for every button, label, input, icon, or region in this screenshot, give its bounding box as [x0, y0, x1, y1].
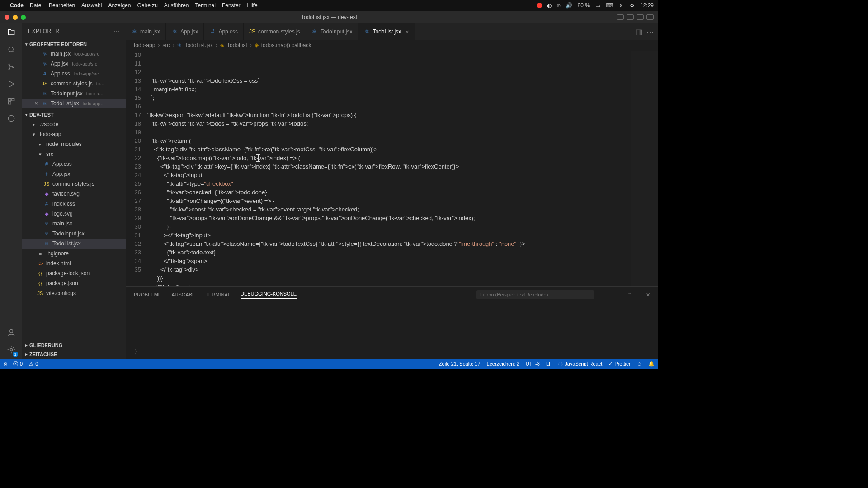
more-icon[interactable]: ⋯: [114, 28, 120, 34]
timeline-header[interactable]: ▸ZEITACHSE: [22, 350, 126, 359]
editor-tab[interactable]: ⚛TodoList.jsx×: [358, 23, 415, 40]
layout-icon[interactable]: [617, 14, 624, 20]
tree-file[interactable]: JSvite.config.js: [22, 288, 126, 298]
tray-icon[interactable]: ⎚: [557, 2, 560, 9]
volume-icon[interactable]: 🔊: [566, 2, 572, 9]
layout-icon[interactable]: [637, 14, 644, 20]
project-header[interactable]: ▾DEV-TEST: [22, 110, 126, 119]
tree-file[interactable]: ≡.hgignore: [22, 249, 126, 258]
svg-point-0: [9, 47, 13, 52]
run-debug-icon[interactable]: [5, 78, 17, 90]
open-editor-item[interactable]: ⚛main.jsxtodo-app/src: [22, 49, 126, 59]
more-icon[interactable]: ⋯: [646, 28, 654, 36]
open-editor-item[interactable]: ⚛App.jsxtodo-app/src: [22, 59, 126, 69]
editor-tab[interactable]: ⚛main.jsx: [126, 23, 166, 40]
panel-tab-terminal[interactable]: TERMINAL: [205, 292, 231, 297]
menu-item[interactable]: Terminal: [195, 2, 216, 9]
status-eol[interactable]: LF: [546, 361, 552, 366]
close-window-button[interactable]: [5, 15, 9, 20]
menu-item[interactable]: Hilfe: [247, 2, 258, 9]
close-icon[interactable]: ×: [33, 100, 39, 107]
tree-file[interactable]: ⚛App.jsx: [22, 169, 126, 179]
split-editor-icon[interactable]: ▥: [635, 28, 642, 36]
remote-indicator[interactable]: ⎘: [4, 361, 7, 366]
tree-folder[interactable]: ▸.vscode: [22, 119, 126, 129]
open-editor-item[interactable]: JScommon-styles.jsto…: [22, 79, 126, 89]
minimize-window-button[interactable]: [13, 15, 18, 20]
tree-file[interactable]: {}package-lock.json: [22, 268, 126, 278]
tree-file[interactable]: {}package.json: [22, 278, 126, 288]
layout-icon[interactable]: [646, 14, 654, 20]
tree-folder[interactable]: ▾src: [22, 149, 126, 159]
feedback-icon[interactable]: ☺: [637, 361, 642, 366]
breadcrumb[interactable]: todo-app› src› ⚛TodoList.jsx› ◈TodoList›…: [126, 40, 658, 51]
wifi-icon[interactable]: ᯤ: [619, 2, 624, 9]
tree-file[interactable]: #index.css: [22, 199, 126, 209]
tree-file[interactable]: ⚛TodoList.jsx: [22, 239, 126, 249]
zoom-window-button[interactable]: [21, 15, 26, 20]
status-warnings[interactable]: ⚠ 0: [29, 361, 38, 367]
status-position[interactable]: Zeile 21, Spalte 17: [439, 361, 481, 366]
tree-file[interactable]: ◆logo.svg: [22, 209, 126, 219]
menu-item[interactable]: Anzeigen: [108, 2, 131, 9]
control-center-icon[interactable]: ⚙: [630, 2, 635, 9]
filter-icon[interactable]: ☰: [609, 292, 613, 298]
menu-item[interactable]: Datei: [30, 2, 42, 9]
search-icon[interactable]: [5, 43, 17, 56]
menu-item[interactable]: Auswahl: [81, 2, 102, 9]
open-editor-item[interactable]: ×⚛TodoList.jsxtodo-app…: [22, 99, 126, 108]
sidebar-title: EXPLORER: [28, 28, 59, 34]
tray-icon[interactable]: ◐: [547, 2, 552, 9]
outline-header[interactable]: ▸GLIEDERUNG: [22, 341, 126, 350]
remote-icon[interactable]: [5, 112, 17, 125]
tree-file[interactable]: ⚛main.jsx: [22, 219, 126, 229]
settings-icon[interactable]: [5, 343, 17, 356]
activity-bar: [0, 23, 22, 359]
editor-tab[interactable]: #App.css: [204, 23, 244, 40]
keyboard-icon[interactable]: ⌨: [606, 2, 613, 9]
close-icon[interactable]: ×: [406, 28, 409, 35]
layout-icon[interactable]: [627, 14, 634, 20]
panel-tab-problems[interactable]: PROBLEME: [134, 292, 161, 297]
code-editor[interactable]: 1011121314151617181920212223242526272829…: [126, 51, 658, 286]
account-icon[interactable]: [5, 326, 17, 339]
editor-tab[interactable]: ⚛TodoInput.jsx: [306, 23, 359, 40]
bell-icon[interactable]: 🔔: [648, 361, 655, 367]
tree-file[interactable]: ◆favicon.svg: [22, 189, 126, 199]
status-prettier[interactable]: ✓ Prettier: [609, 361, 630, 367]
menu-app[interactable]: Code: [10, 2, 24, 9]
editor-group: ⚛main.jsx⚛App.jsx#App.cssJScommon-styles…: [126, 23, 658, 359]
open-editor-item[interactable]: #App.csstodo-app/src: [22, 69, 126, 79]
status-errors[interactable]: ⓧ 0: [13, 361, 23, 367]
open-editors-header[interactable]: ▾GEÖFFNETE EDITOREN: [22, 40, 126, 49]
menu-item[interactable]: Ausführen: [164, 2, 189, 9]
bottom-panel: PROBLEME AUSGABE TERMINAL DEBUGGING-KONS…: [126, 286, 658, 359]
open-editor-item[interactable]: ⚛TodoInput.jsxtodo-a…: [22, 89, 126, 99]
tree-file[interactable]: ⚛TodoInput.jsx: [22, 229, 126, 239]
minimap[interactable]: [631, 51, 658, 286]
panel-tab-debug-console[interactable]: DEBUGGING-KONSOLE: [241, 291, 297, 299]
svg-point-8: [10, 329, 13, 333]
battery-icon: ▭: [595, 2, 600, 9]
status-indent[interactable]: Leerzeichen: 2: [487, 361, 519, 366]
tree-file[interactable]: <>index.html: [22, 258, 126, 268]
tree-file[interactable]: #App.css: [22, 159, 126, 169]
tree-folder[interactable]: ▸node_modules: [22, 139, 126, 149]
chevron-up-icon[interactable]: ⌃: [627, 292, 632, 298]
source-control-icon[interactable]: [5, 61, 17, 73]
status-language[interactable]: { } JavaScript React: [558, 361, 603, 366]
tree-file[interactable]: JScommon-styles.js: [22, 179, 126, 189]
panel-filter-input[interactable]: [476, 290, 594, 299]
editor-tab[interactable]: ⚛App.jsx: [166, 23, 204, 40]
menu-item[interactable]: Bearbeiten: [49, 2, 75, 9]
extensions-icon[interactable]: [5, 95, 17, 108]
editor-tab[interactable]: JScommon-styles.js: [244, 23, 306, 40]
explorer-icon[interactable]: [5, 26, 17, 39]
menu-item[interactable]: Gehe zu: [137, 2, 157, 9]
status-encoding[interactable]: UTF-8: [526, 361, 540, 366]
panel-tab-output[interactable]: AUSGABE: [171, 292, 195, 297]
close-icon[interactable]: ✕: [646, 292, 650, 298]
clock[interactable]: 12:29: [640, 2, 654, 9]
menu-item[interactable]: Fenster: [222, 2, 241, 9]
tree-folder[interactable]: ▾todo-app: [22, 129, 126, 139]
